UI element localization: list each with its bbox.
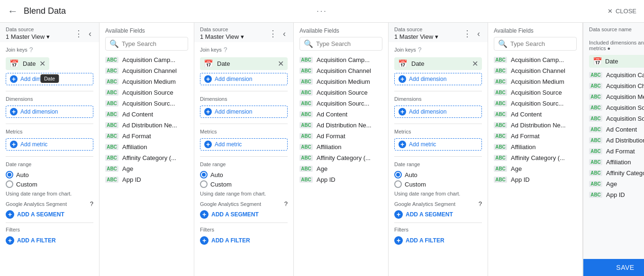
field-item[interactable]: ABCAcquisition Camp... xyxy=(583,70,644,80)
segment-help-icon-3[interactable]: ? xyxy=(479,200,482,207)
radio-custom-2[interactable]: Custom xyxy=(200,180,288,188)
field-item[interactable]: ABCAcquisition Source xyxy=(294,87,388,98)
field-item[interactable]: ABCAd Content xyxy=(294,109,388,120)
join-key-chip-2[interactable]: 📅 Date ✕ xyxy=(200,57,288,70)
field-item[interactable]: ABCAd Content xyxy=(583,124,644,135)
field-item[interactable]: ABCAffinity Category (... xyxy=(488,152,582,163)
chip-close-icon-1[interactable]: ✕ xyxy=(39,59,45,68)
close-button[interactable]: ✕ CLOSE xyxy=(608,8,636,15)
ds-more-icon-2[interactable]: ⋮ xyxy=(267,28,279,39)
radio-auto-1[interactable]: Auto xyxy=(6,171,93,178)
add-dimension-btn-3[interactable]: + Add dimension xyxy=(394,73,482,85)
add-filter-btn-1[interactable]: + ADD A FILTER xyxy=(6,236,93,245)
chip-close-icon-3[interactable]: ✕ xyxy=(472,59,478,68)
field-item[interactable]: ABCAcquisition Sourc... xyxy=(294,98,388,109)
join-keys-help-icon-1[interactable]: ? xyxy=(29,46,33,53)
field-item[interactable]: ABCAffinity Category (... xyxy=(583,168,644,178)
field-item[interactable]: ABCApp ID xyxy=(488,174,582,185)
add-segment-btn-1[interactable]: + ADD A SEGMENT xyxy=(6,210,93,219)
field-item[interactable]: ABCAd Format xyxy=(583,146,644,157)
field-item[interactable]: ABCAffiliation xyxy=(100,142,194,152)
ds-name-3[interactable]: 1 Master View ▾ xyxy=(394,33,438,40)
field-item[interactable]: ABCAd Format xyxy=(488,131,582,142)
field-item[interactable]: ABCApp ID xyxy=(294,174,388,185)
field-item[interactable]: ABCAge xyxy=(488,163,582,174)
join-key-chip-1[interactable]: 📅 Date ✕ xyxy=(6,57,49,70)
radio-custom-3[interactable]: Custom xyxy=(394,180,482,188)
field-item[interactable]: ABCApp ID xyxy=(583,189,644,200)
back-icon[interactable]: ← xyxy=(8,5,18,18)
save-button[interactable]: SAVE xyxy=(583,259,644,276)
field-item[interactable]: ABCAcquisition Channel xyxy=(583,80,644,91)
chip-close-icon-2[interactable]: ✕ xyxy=(278,59,284,68)
field-item[interactable]: ABCAcquisition Source xyxy=(583,102,644,113)
field-item[interactable]: ABCAcquisition Channel xyxy=(488,65,582,76)
field-item[interactable]: ABCAcquisition Sourc... xyxy=(100,98,194,109)
add-dimension-btn2-3[interactable]: + Add dimension xyxy=(394,106,482,118)
search-input-3[interactable] xyxy=(510,40,572,47)
add-filter-btn-3[interactable]: + ADD A FILTER xyxy=(394,236,482,245)
search-input-2[interactable] xyxy=(316,40,378,47)
field-item[interactable]: ABCAcquisition Medium xyxy=(488,76,582,87)
ds-header-1: Data source 1 Master View ▾ ⋮ ‹ xyxy=(0,23,99,42)
field-item[interactable]: ABCAcquisition Medium xyxy=(294,76,388,87)
add-metric-btn-3[interactable]: + Add metric xyxy=(394,138,482,151)
add-dimension-btn2-1[interactable]: + Add dimension xyxy=(6,106,93,118)
radio-auto-2[interactable]: Auto xyxy=(200,171,288,178)
field-item[interactable]: ABCAcquisition Channel xyxy=(294,65,388,76)
field-item[interactable]: ABCAd Distribution Ne... xyxy=(488,120,582,131)
ds-more-icon-1[interactable]: ⋮ xyxy=(73,28,85,39)
join-keys-help-icon-2[interactable]: ? xyxy=(224,46,227,53)
segment-help-icon-1[interactable]: ? xyxy=(90,200,93,207)
field-item[interactable]: ABCApp ID xyxy=(100,174,194,185)
ds-name-2[interactable]: 1 Master View ▾ xyxy=(200,33,244,40)
add-dimension-btn-2[interactable]: + Add dimension xyxy=(200,73,288,85)
ds-more-icon-3[interactable]: ⋮ xyxy=(461,28,473,39)
add-segment-btn-3[interactable]: + ADD A SEGMENT xyxy=(394,210,482,219)
field-item[interactable]: ABCAcquisition Sourc... xyxy=(488,98,582,109)
field-item[interactable]: ABCAd Format xyxy=(100,131,194,142)
field-item[interactable]: ABCAffinity Category (... xyxy=(100,152,194,163)
join-key-chip-3[interactable]: 📅 Date ✕ xyxy=(394,57,482,70)
field-item[interactable]: ABCAffiliation xyxy=(488,142,582,152)
field-item[interactable]: ABCAffiliation xyxy=(583,157,644,168)
filters-label-1: Filters xyxy=(6,227,93,232)
add-segment-btn-2[interactable]: + ADD A SEGMENT xyxy=(200,210,288,219)
field-item[interactable]: ABCAd Distribution Ne... xyxy=(583,135,644,146)
ds-collapse-icon-1[interactable]: ‹ xyxy=(87,28,93,39)
join-key-name-2: Date xyxy=(217,60,230,67)
field-item[interactable]: ABCAcquisition Medium xyxy=(100,76,194,87)
dimensions-section-3: Dimensions + Add dimension xyxy=(394,91,482,118)
field-item[interactable]: ABCAffiliation xyxy=(294,142,388,152)
add-metric-btn-1[interactable]: + Add metric xyxy=(6,138,93,151)
field-item[interactable]: ABCAd Content xyxy=(488,109,582,120)
add-metric-btn-2[interactable]: + Add metric xyxy=(200,138,288,151)
field-item[interactable]: ABCAd Content xyxy=(100,109,194,120)
search-input-1[interactable] xyxy=(122,40,184,47)
radio-auto-3[interactable]: Auto xyxy=(394,171,482,178)
right-date-chip[interactable]: 📅 Date xyxy=(589,55,644,68)
field-item[interactable]: ABCAd Format xyxy=(294,131,388,142)
field-item[interactable]: ABCAffinity Category (... xyxy=(294,152,388,163)
field-item[interactable]: ABCAcquisition Camp... xyxy=(488,54,582,65)
field-item[interactable]: ABCAcquisition Camp... xyxy=(294,54,388,65)
field-item[interactable]: ABCAd Distribution Ne... xyxy=(100,120,194,131)
field-item[interactable]: ABCAcquisition Source xyxy=(100,87,194,98)
add-dimension-btn2-2[interactable]: + Add dimension xyxy=(200,106,288,118)
field-item[interactable]: ABCAcquisition Source xyxy=(488,87,582,98)
ds-collapse-icon-3[interactable]: ‹ xyxy=(475,28,482,39)
field-item[interactable]: ABCAcquisition Channel xyxy=(100,65,194,76)
add-filter-btn-2[interactable]: + ADD A FILTER xyxy=(200,236,288,245)
field-item[interactable]: ABCAge xyxy=(583,178,644,189)
segment-help-icon-2[interactable]: ? xyxy=(284,200,288,207)
field-item[interactable]: ABCAcquisition Sourc... xyxy=(583,113,644,124)
join-keys-help-icon-3[interactable]: ? xyxy=(418,46,422,53)
field-item[interactable]: ABCAge xyxy=(100,163,194,174)
radio-custom-1[interactable]: Custom xyxy=(6,180,93,188)
field-item[interactable]: ABCAge xyxy=(294,163,388,174)
field-item[interactable]: ABCAcquisition Camp... xyxy=(100,54,194,65)
ds-collapse-icon-2[interactable]: ‹ xyxy=(281,28,288,39)
ds-name-1[interactable]: 1 Master View ▾ xyxy=(6,33,50,40)
field-item[interactable]: ABCAcquisition Medium xyxy=(583,91,644,102)
field-item[interactable]: ABCAd Distribution Ne... xyxy=(294,120,388,131)
